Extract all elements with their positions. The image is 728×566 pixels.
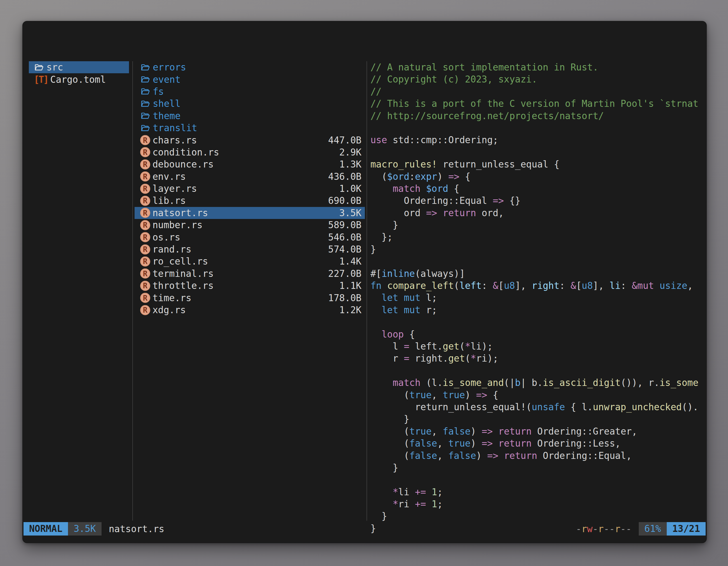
code-token: ri); xyxy=(476,353,498,364)
file-row-layer.rs[interactable]: Rlayer.rs1.0K xyxy=(135,183,365,195)
code-token: 1 xyxy=(432,499,437,509)
code-token: ( xyxy=(370,438,409,449)
file-manager-window: src[T]Cargo.toml errorseventfsshelltheme… xyxy=(22,21,707,543)
code-line: // Copyright (c) 2023, sxyazi. xyxy=(370,73,704,85)
code-token: get xyxy=(448,353,465,364)
code-token: => xyxy=(487,450,498,461)
item-name: translit xyxy=(153,123,197,133)
code-line xyxy=(370,255,704,267)
folder-open-icon xyxy=(34,63,44,72)
code-token: (| xyxy=(504,377,515,388)
code-token: => xyxy=(426,208,437,219)
rust-file-icon: R xyxy=(140,196,150,206)
file-row-xdg.rs[interactable]: Rxdg.rs1.2K xyxy=(135,304,365,316)
code-token: ; xyxy=(437,487,443,497)
code-line xyxy=(370,122,704,134)
code-line: // xyxy=(370,86,704,98)
code-token: return xyxy=(498,426,532,437)
code-token xyxy=(493,426,498,437)
file-row-time.rs[interactable]: Rtime.rs178.0B xyxy=(135,292,365,304)
file-row-env.rs[interactable]: Renv.rs436.0B xyxy=(135,171,365,183)
file-row-rand.rs[interactable]: Rrand.rs574.0B xyxy=(135,243,365,255)
code-token: li xyxy=(609,280,621,291)
code-token: { xyxy=(404,329,415,340)
file-row-debounce.rs[interactable]: Rdebounce.rs1.3K xyxy=(135,158,365,170)
code-token: right xyxy=(532,280,559,291)
code-token: right. xyxy=(409,353,448,364)
item-name: debounce.rs xyxy=(152,159,214,170)
code-line: ord => return ord, xyxy=(370,207,704,219)
folder-open-icon xyxy=(140,63,151,72)
code-token xyxy=(654,280,659,291)
folder-open-icon xyxy=(140,75,151,84)
file-row-lib.rs[interactable]: Rlib.rs690.0B xyxy=(135,195,365,207)
code-token: let xyxy=(382,304,398,315)
code-token xyxy=(398,292,404,303)
dir-row-fs[interactable]: fs xyxy=(135,86,365,98)
code-token xyxy=(426,487,432,497)
code-token: (l. xyxy=(421,377,443,388)
code-token: return xyxy=(504,450,537,461)
permission-char: r xyxy=(615,523,620,534)
file-row-ro_cell.rs[interactable]: Rro_cell.rs1.4K xyxy=(135,255,365,267)
code-token: is_ascii_digit xyxy=(543,377,621,388)
item-name: errors xyxy=(153,62,186,73)
code-token: { xyxy=(459,171,471,182)
file-row-number.rs[interactable]: Rnumber.rs589.0B xyxy=(135,219,365,231)
dir-row-errors[interactable]: errors xyxy=(135,61,365,73)
file-row-throttle.rs[interactable]: Rthrottle.rs1.1K xyxy=(135,280,365,292)
file-row-os.rs[interactable]: Ros.rs546.0B xyxy=(135,231,365,243)
code-line: match $ord { xyxy=(370,183,704,195)
item-size: 546.0B xyxy=(328,232,361,243)
dir-row-shell[interactable]: shell xyxy=(135,98,365,110)
code-line: *ri += 1; xyxy=(370,498,704,510)
code-token: false xyxy=(409,438,437,449)
permission-char: - xyxy=(620,523,626,534)
file-row-natsort.rs[interactable]: Rnatsort.rs3.5K xyxy=(135,207,365,219)
code-line: #[inline(always)] xyxy=(370,268,704,280)
code-line: fn compare_left(left: &[u8], right: &[u8… xyxy=(370,280,704,292)
file-row-terminal.rs[interactable]: Rterminal.rs227.0B xyxy=(135,268,365,280)
left-pane-item-Cargo.toml[interactable]: [T]Cargo.toml xyxy=(29,73,129,85)
code-token: true xyxy=(448,438,470,449)
code-token: inline xyxy=(382,268,415,279)
permission-char: w xyxy=(587,523,593,534)
code-token: ( xyxy=(459,341,465,352)
code-token: unwrap_unchecked xyxy=(593,401,682,412)
code-token xyxy=(370,377,393,388)
code-token: // xyxy=(370,86,382,97)
code-token: ) xyxy=(476,450,487,461)
left-pane-item-src[interactable]: src xyxy=(29,61,129,73)
file-row-chars.rs[interactable]: Rchars.rs447.0B xyxy=(135,134,365,146)
code-token: expr xyxy=(415,171,437,182)
code-line: (true, true) => { xyxy=(370,389,704,401)
code-token: ( xyxy=(370,389,409,400)
code-token: ( xyxy=(370,426,409,437)
scroll-percent-badge: 61% xyxy=(639,522,667,536)
code-line: (false, false) => return Ordering::Equal… xyxy=(370,450,704,462)
item-size: 690.0B xyxy=(328,195,361,206)
code-token: is_some_and xyxy=(443,377,504,388)
code-token: { xyxy=(487,389,498,400)
code-token: mut xyxy=(404,292,421,303)
dir-row-theme[interactable]: theme xyxy=(135,110,365,122)
code-token: b xyxy=(515,377,521,388)
item-size: 574.0B xyxy=(328,244,361,255)
code-line: } xyxy=(370,413,704,425)
code-token: , xyxy=(432,389,443,400)
code-token: : xyxy=(621,280,632,291)
status-bar-left: NORMAL 3.5K natsort.rs xyxy=(24,522,164,536)
dir-row-translit[interactable]: translit xyxy=(135,122,365,134)
code-line: ($ord:expr) => { xyxy=(370,171,704,183)
code-token: ; xyxy=(437,499,443,509)
code-token xyxy=(370,499,393,509)
item-size: 3.5K xyxy=(339,208,361,219)
dir-row-event[interactable]: event xyxy=(135,73,365,85)
code-token: ( xyxy=(465,353,471,364)
code-token: * xyxy=(393,499,398,509)
code-token: ()), r. xyxy=(621,377,659,388)
code-token: | b. xyxy=(520,377,543,388)
file-row-condition.rs[interactable]: Rcondition.rs2.9K xyxy=(135,146,365,158)
code-token: => xyxy=(476,389,487,400)
code-token xyxy=(370,304,382,315)
